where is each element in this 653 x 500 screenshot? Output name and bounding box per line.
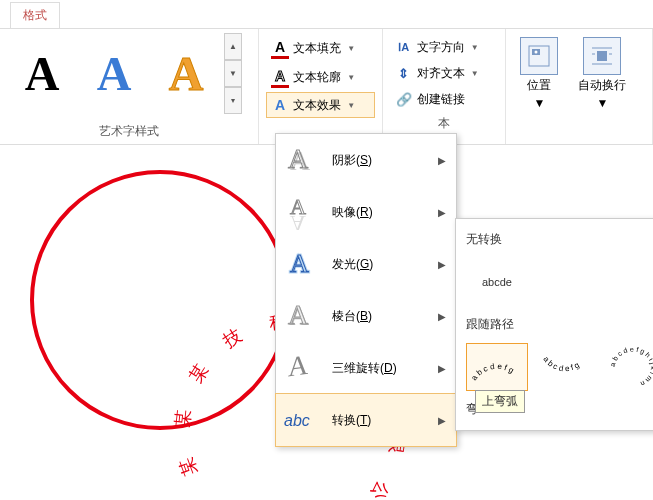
group-label-wordart-styles: 艺术字样式 [6, 121, 252, 140]
wrap-text-icon [583, 37, 621, 75]
text-effects-button[interactable]: A 文本效果 ▼ [267, 93, 374, 117]
transform-arch-down-thumb[interactable]: a b c d e f g [534, 343, 596, 391]
align-text-button[interactable]: ⇕ 对齐文本 ▼ [391, 61, 498, 85]
rotate3d-preview-icon: A [282, 348, 322, 388]
dropdown-icon: ▼ [596, 96, 608, 110]
tab-format[interactable]: 格式 [10, 2, 60, 28]
svg-text:a b c d e f g h i j k l m n: a b c d e f g h i j k l m n [609, 347, 653, 387]
reflection-preview-icon: AA [282, 192, 322, 232]
svg-point-2 [535, 51, 538, 54]
dropdown-icon: ▼ [347, 44, 355, 53]
text-effects-label: 文本效果 [293, 97, 341, 114]
gallery-scroll-down[interactable]: ▼ [224, 60, 242, 87]
submenu-arrow-icon: ▶ [438, 363, 446, 374]
text-direction-button[interactable]: ⅠA 文字方向 ▼ [391, 35, 498, 59]
text-effects-icon: A [271, 96, 289, 114]
menu-item-shadow[interactable]: AA 阴影(S) ▶ [276, 134, 456, 186]
menu-label: 发光(G) [332, 256, 373, 273]
wrap-text-label: 自动换行 [578, 77, 626, 94]
transform-none-thumb[interactable]: abcde [466, 258, 528, 306]
svg-rect-3 [597, 51, 607, 61]
stamp-char: 某 [174, 454, 203, 479]
text-fill-label: 文本填充 [293, 40, 341, 57]
gallery-scroll-up[interactable]: ▲ [224, 33, 242, 60]
text-outline-button[interactable]: A 文本轮廓 ▼ [267, 64, 374, 91]
text-effects-menu: AA 阴影(S) ▶ AA 映像(R) ▶ AA 发光(G) ▶ AA 棱台(B… [275, 133, 457, 447]
wordart-style-2[interactable]: A [78, 33, 150, 113]
stamp-char: 公 [365, 476, 395, 500]
svg-text:A: A [290, 211, 306, 230]
svg-text:A: A [290, 249, 309, 278]
stamp-char: 技 [219, 323, 247, 353]
menu-label: 阴影(S) [332, 152, 372, 169]
menu-item-bevel[interactable]: AA 棱台(B) ▶ [276, 290, 456, 342]
transform-preview-icon: abc [282, 400, 322, 440]
menu-item-reflection[interactable]: AA 映像(R) ▶ [276, 186, 456, 238]
bevel-preview-icon: AA [282, 296, 322, 336]
transform-arch-up-thumb[interactable]: a b c d e f g 上弯弧 [466, 343, 528, 391]
wordart-style-1[interactable]: A [6, 33, 78, 113]
submenu-arrow-icon: ▶ [438, 259, 446, 270]
glow-preview-icon: AA [282, 244, 322, 284]
text-fill-icon: A [271, 38, 289, 59]
position-button[interactable]: 位置 ▼ [512, 33, 566, 114]
position-icon [520, 37, 558, 75]
text-fill-button[interactable]: A 文本填充 ▼ [267, 35, 374, 62]
transform-circle-thumb[interactable]: a b c d e f g h i j k l m n [602, 343, 653, 391]
submenu-arrow-icon: ▶ [438, 415, 446, 426]
stamp-char: 某 [183, 359, 213, 387]
menu-label: 转换(T) [332, 412, 371, 429]
wrap-text-button[interactable]: 自动换行 ▼ [570, 33, 634, 114]
create-link-button[interactable]: 🔗 创建链接 [391, 87, 498, 111]
align-text-icon: ⇕ [395, 64, 413, 82]
svg-text:A: A [288, 350, 309, 382]
dropdown-icon: ▼ [347, 101, 355, 110]
stamp-shape[interactable]: 某某某技科股份有限公司 [30, 170, 290, 430]
dropdown-icon: ▼ [347, 73, 355, 82]
position-label: 位置 [527, 77, 551, 94]
dropdown-icon: ▼ [471, 43, 479, 52]
submenu-arrow-icon: ▶ [438, 207, 446, 218]
text-direction-icon: ⅠA [395, 38, 413, 56]
svg-text:A: A [288, 143, 309, 174]
stamp-char: 某 [170, 409, 196, 429]
submenu-arrow-icon: ▶ [438, 311, 446, 322]
stamp-text: 某某某技科股份有限公司 [30, 170, 290, 430]
menu-item-transform[interactable]: abc 转换(T) ▶ [276, 394, 456, 446]
tooltip-arch-up: 上弯弧 [475, 390, 525, 413]
text-direction-label: 文字方向 [417, 39, 465, 56]
svg-text:a b c d e f g: a b c d e f g [541, 355, 581, 373]
menu-item-glow[interactable]: AA 发光(G) ▶ [276, 238, 456, 290]
shadow-preview-icon: AA [282, 140, 322, 180]
wordart-style-3[interactable]: A [150, 33, 222, 113]
menu-item-3d-rotation[interactable]: A 三维旋转(D) ▶ [276, 342, 456, 394]
submenu-arrow-icon: ▶ [438, 155, 446, 166]
dropdown-icon: ▼ [471, 69, 479, 78]
menu-label: 棱台(B) [332, 308, 372, 325]
create-link-label: 创建链接 [417, 91, 465, 108]
svg-text:A: A [288, 299, 309, 330]
dropdown-icon: ▼ [533, 96, 545, 110]
group-label-typography: 本 [389, 113, 500, 132]
menu-label: 映像(R) [332, 204, 373, 221]
text-outline-icon: A [271, 67, 289, 88]
transform-submenu: 无转换 abcde 跟随路径 a b c d e f g 上弯弧 a b c d… [455, 218, 653, 431]
align-text-label: 对齐文本 [417, 65, 465, 82]
menu-label: 三维旋转(D) [332, 360, 397, 377]
text-outline-label: 文本轮廓 [293, 69, 341, 86]
svg-text:abc: abc [284, 412, 310, 429]
link-icon: 🔗 [395, 90, 413, 108]
gallery-more[interactable]: ▾ [224, 87, 242, 114]
group-label-hidden [265, 119, 376, 121]
svg-text:a b c d e f g: a b c d e f g [469, 362, 515, 382]
transform-path-header: 跟随路径 [462, 310, 653, 339]
transform-none-header: 无转换 [462, 225, 653, 254]
wordart-styles-gallery[interactable]: A A A [6, 33, 222, 113]
